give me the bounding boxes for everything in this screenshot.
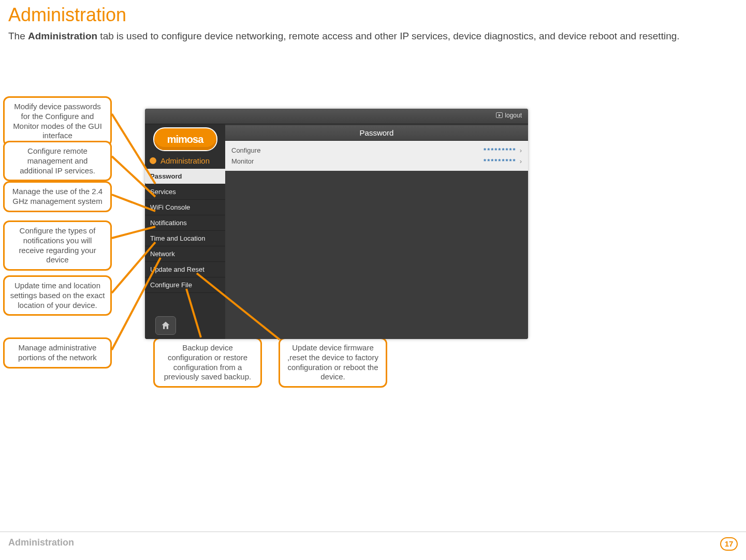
nav-services[interactable]: Services <box>145 184 225 200</box>
callout-notifications: Configure the types of notifications you… <box>3 220 112 271</box>
callout-wifi-console: Manage the use of the 2.4 GHz management… <box>3 181 112 212</box>
nav-notifications[interactable]: Notifications <box>145 215 225 231</box>
nav-configure-file[interactable]: Configure File <box>145 277 225 293</box>
row-value: *********› <box>484 157 522 165</box>
callout-password: Modify device passwords for the Configur… <box>3 96 112 146</box>
nav-network[interactable]: Network <box>145 246 225 262</box>
page-intro: The Administration tab is used to config… <box>0 29 746 43</box>
logout-link[interactable]: logout <box>505 112 522 119</box>
page-number: 17 <box>720 537 738 551</box>
diagram-area: Modify device passwords for the Configur… <box>0 93 528 409</box>
row-monitor[interactable]: Monitor *********› <box>231 156 522 167</box>
footer-section-label: Administration <box>8 537 74 551</box>
row-label: Monitor <box>231 157 254 165</box>
nav-password[interactable]: Password <box>145 169 225 184</box>
intro-bold: Administration <box>28 31 97 41</box>
brand-logo: mimosa <box>154 128 216 150</box>
titlebar: logout <box>145 109 528 124</box>
nav-time-location[interactable]: Time and Location <box>145 231 225 246</box>
home-button[interactable] <box>155 316 176 335</box>
intro-prefix: The <box>8 31 28 41</box>
row-configure[interactable]: Configure *********› <box>231 145 522 156</box>
page-footer: Administration 17 <box>0 532 746 551</box>
app-screenshot: logout mimosa Administration Password Se… <box>145 109 528 339</box>
callout-services: Configure remote management and addition… <box>3 141 112 181</box>
callout-network: Manage administrative portions of the ne… <box>3 337 112 369</box>
intro-rest: tab is used to configure device networki… <box>97 31 679 41</box>
main-panel: Password Configure *********› Monitor **… <box>225 124 528 339</box>
panel-title: Password <box>225 125 528 141</box>
logout-icon <box>496 112 503 118</box>
chevron-right-icon: › <box>520 157 522 165</box>
panel-body: Configure *********› Monitor *********› <box>225 141 528 171</box>
callout-update-reset: Update device firmware ,reset the device… <box>279 337 387 388</box>
row-label: Configure <box>231 146 260 154</box>
callout-time-location: Update time and location settings based … <box>3 275 112 316</box>
section-title: Administration <box>145 153 225 169</box>
nav-wifi-console[interactable]: WiFi Console <box>145 200 225 215</box>
sidebar: mimosa Administration Password Services … <box>145 124 225 339</box>
callout-configure-file: Backup device configuration or restore c… <box>153 337 262 388</box>
page-title: Administration <box>0 0 746 29</box>
nav-update-reset[interactable]: Update and Reset <box>145 262 225 277</box>
home-icon <box>160 320 171 331</box>
row-value: *********› <box>484 146 522 154</box>
chevron-right-icon: › <box>520 146 522 154</box>
